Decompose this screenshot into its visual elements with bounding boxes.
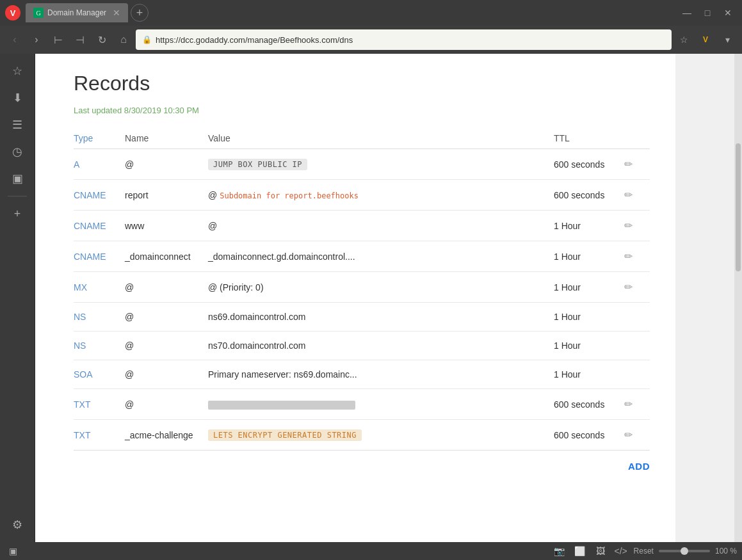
back-button[interactable]: ‹: [5, 30, 24, 49]
table-body: A@JUMP BOX PUBLIC IP600 seconds✏CNAMErep…: [74, 149, 650, 451]
record-ttl: 600 seconds: [554, 389, 624, 420]
table-row: SOA@Primary nameserver: ns69.domainc...1…: [74, 360, 650, 389]
content-area: Records Last updated 8/30/2019 10:30 PM …: [35, 54, 742, 542]
main-layout: ☆ ⬇ ☰ ◷ ▣ + ⚙ Records Last updated 8/30/…: [0, 54, 742, 542]
record-name: report: [125, 180, 208, 211]
sidebar-item-add[interactable]: +: [5, 202, 29, 226]
column-action: [624, 128, 650, 149]
dropdown-button[interactable]: ▾: [718, 30, 737, 49]
edit-icon[interactable]: ✏: [624, 189, 633, 201]
record-action[interactable]: ✏: [624, 241, 650, 272]
new-tab-button[interactable]: +: [131, 4, 149, 22]
sidebar-divider: [8, 196, 27, 196]
tab-close-button[interactable]: ✕: [113, 8, 120, 18]
record-action[interactable]: ✏: [624, 211, 650, 241]
last-button[interactable]: ⊣: [70, 30, 90, 49]
record-value: JUMP BOX PUBLIC IP: [208, 149, 554, 180]
zoom-percentage: 100 %: [715, 547, 737, 556]
record-value: @ (Priority: 0): [208, 272, 554, 303]
home-button[interactable]: ⌂: [114, 30, 133, 49]
scrollbar-thumb[interactable]: [736, 143, 741, 271]
navigation-bar: ‹ › ⊢ ⊣ ↻ ⌂ 🔒 https://dcc.godaddy.com/ma…: [0, 26, 742, 54]
value-text: _domainconnect.gd.domaincontrol....: [208, 252, 355, 262]
value-comment: Subdomain for report.beefhooks: [220, 191, 359, 200]
value-tag: JUMP BOX PUBLIC IP: [208, 159, 307, 170]
record-name: @: [125, 360, 208, 389]
maximize-button[interactable]: □: [698, 4, 716, 22]
value-text: @ (Priority: 0): [208, 282, 264, 292]
record-action[interactable]: ✏: [624, 180, 650, 211]
record-ttl: 1 Hour: [554, 360, 624, 389]
zoom-slider[interactable]: [659, 550, 710, 552]
record-name: @: [125, 389, 208, 420]
edit-icon[interactable]: ✏: [624, 220, 633, 232]
edit-icon[interactable]: ✏: [624, 429, 633, 441]
record-action[interactable]: ✏: [624, 149, 650, 180]
column-type: Type: [74, 128, 125, 149]
active-tab[interactable]: Domain Manager ✕: [26, 3, 128, 22]
records-table: Type Name Value TTL A@JUMP BOX PUBLIC IP…: [74, 128, 650, 451]
column-value: Value: [208, 128, 554, 149]
table-row: NS@ns70.domaincontrol.com1 Hour: [74, 332, 650, 360]
screen-icon[interactable]: ⬜: [572, 543, 588, 559]
sidebar-item-panel[interactable]: ▣: [5, 166, 29, 191]
record-type: NS: [74, 332, 125, 360]
close-button[interactable]: ✕: [719, 4, 737, 22]
record-value: LETS ENCRYPT GENERATED STRING: [208, 420, 554, 451]
reload-button[interactable]: ↻: [92, 30, 111, 49]
minimize-button[interactable]: —: [678, 4, 696, 22]
edit-icon[interactable]: ✏: [624, 158, 633, 170]
tab-favicon: [33, 8, 44, 18]
sidebar-item-settings[interactable]: ⚙: [5, 513, 29, 537]
record-name: _domainconnect: [125, 241, 208, 272]
address-bar[interactable]: 🔒 https://dcc.godaddy.com/manage/Beefhoo…: [136, 29, 672, 50]
bookmark-star-icon[interactable]: ☆: [674, 30, 693, 49]
zoom-thumb: [681, 547, 688, 555]
record-action[interactable]: ✏: [624, 389, 650, 420]
record-action[interactable]: ✏: [624, 420, 650, 451]
edit-icon[interactable]: ✏: [624, 398, 633, 410]
sidebar-item-bookmarks[interactable]: ☆: [5, 59, 29, 83]
tab-title: Domain Manager: [47, 8, 106, 17]
edit-icon[interactable]: ✏: [624, 250, 633, 262]
value-text: Primary nameserver: ns69.domainc...: [208, 369, 357, 380]
table-row: NS@ns69.domaincontrol.com1 Hour: [74, 303, 650, 332]
record-type: MX: [74, 272, 125, 303]
record-ttl: 1 Hour: [554, 272, 624, 303]
record-name: @: [125, 303, 208, 332]
record-ttl: 1 Hour: [554, 332, 624, 360]
last-updated-text: Last updated 8/30/2019 10:30 PM: [74, 106, 650, 115]
scrollbar-track[interactable]: [734, 54, 742, 542]
table-row: MX@@ (Priority: 0)1 Hour✏: [74, 272, 650, 303]
image-icon[interactable]: 🖼: [593, 543, 608, 559]
value-tag-orange: LETS ENCRYPT GENERATED STRING: [208, 429, 362, 441]
camera-icon[interactable]: 📷: [552, 543, 567, 559]
record-type: A: [74, 149, 125, 180]
sidebar-item-downloads[interactable]: ⬇: [5, 86, 29, 110]
sidebar-item-notes[interactable]: ☰: [5, 113, 29, 137]
first-button[interactable]: ⊢: [49, 30, 68, 49]
tab-bar: Domain Manager ✕ +: [26, 3, 673, 22]
code-icon[interactable]: </>: [613, 543, 629, 559]
edit-icon[interactable]: ✏: [624, 281, 633, 293]
record-value: [208, 389, 554, 420]
sidebar-item-history[interactable]: ◷: [5, 140, 29, 164]
record-action[interactable]: ✏: [624, 272, 650, 303]
page-inner: Records Last updated 8/30/2019 10:30 PM …: [35, 54, 675, 542]
record-ttl: 600 seconds: [554, 149, 624, 180]
record-type: TXT: [74, 420, 125, 451]
reset-button[interactable]: Reset: [634, 547, 654, 556]
column-ttl: TTL: [554, 128, 624, 149]
status-left-icons: ▣: [5, 543, 20, 559]
table-row: A@JUMP BOX PUBLIC IP600 seconds✏: [74, 149, 650, 180]
record-ttl: 1 Hour: [554, 211, 624, 241]
record-type: CNAME: [74, 241, 125, 272]
forward-button[interactable]: ›: [27, 30, 46, 49]
page-content: Records Last updated 8/30/2019 10:30 PM …: [35, 54, 734, 542]
add-button[interactable]: ADD: [74, 451, 650, 477]
status-right-area: 📷 ⬜ 🖼 </> Reset 100 %: [552, 543, 737, 559]
table-header: Type Name Value TTL: [74, 128, 650, 149]
vivaldi-badge-button[interactable]: V: [696, 30, 715, 49]
panel-toggle-icon[interactable]: ▣: [5, 543, 20, 559]
table-row: TXT_acme-challengeLETS ENCRYPT GENERATED…: [74, 420, 650, 451]
